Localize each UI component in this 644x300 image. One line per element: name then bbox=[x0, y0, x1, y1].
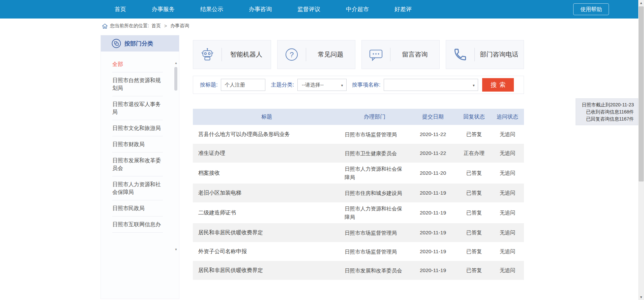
row-follow-status: 无追问 bbox=[491, 150, 524, 157]
department-filter-item[interactable]: 日照市发展和改革委员会 bbox=[112, 153, 163, 176]
category-filter-label: 主题分类: bbox=[271, 81, 294, 89]
department-filter-item[interactable]: 日照市互联网信息办 bbox=[112, 216, 163, 233]
leave-message-card[interactable]: 留言咨询 bbox=[361, 40, 440, 69]
row-follow-status: 无追问 bbox=[491, 190, 524, 197]
smart-robot-label: 智能机器人 bbox=[222, 50, 271, 59]
scroll-down-icon[interactable]: ▼ bbox=[638, 294, 644, 300]
search-button[interactable]: 搜索 bbox=[482, 78, 514, 92]
row-reply-status: 已答复 bbox=[457, 267, 491, 274]
nav-item[interactable]: 监督评议 bbox=[297, 5, 320, 13]
row-title[interactable]: 准生证办理 bbox=[193, 150, 341, 157]
phone-consult-card[interactable]: 部门咨询电话 bbox=[446, 40, 524, 69]
scroll-thumb[interactable] bbox=[639, 6, 644, 181]
nav-item[interactable]: 首页 bbox=[115, 5, 126, 13]
row-date: 2020-11-19 bbox=[409, 267, 457, 273]
quick-links: 智能机器人 ? 常见问题 留言咨询 bbox=[193, 40, 524, 69]
row-reply-status: 已答复 bbox=[457, 131, 491, 138]
table-row[interactable]: 准生证办理 日照市卫生健康委员会 2020-11-22 正在办理 无追问 bbox=[193, 144, 524, 163]
department-filter-item[interactable]: 日照市民政局 bbox=[112, 200, 163, 216]
stats-line-received: 已收到咨询信息1168件 bbox=[579, 108, 634, 115]
department-filter-item[interactable]: 全部 bbox=[112, 56, 163, 72]
row-follow-status: 无追问 bbox=[491, 131, 524, 138]
row-department: 日照市住房和城乡建设局 bbox=[341, 189, 409, 197]
column-header-date: 提交日期 bbox=[409, 113, 457, 121]
leave-message-label: 留言咨询 bbox=[390, 50, 439, 59]
row-title[interactable]: 档案接收 bbox=[193, 170, 341, 177]
title-filter-label: 按标题: bbox=[200, 81, 217, 89]
page: 首页 办事服务 结果公示 办事咨询 监督评议 中介超市 好差评 使用帮助 您当前… bbox=[0, 0, 644, 300]
department-list: 全部 日照市自然资源和规划局 日照市退役军人事务局 日照市文化和旅游局 日照市财… bbox=[112, 56, 163, 233]
page-scrollbar[interactable]: ▲ ▼ bbox=[638, 0, 644, 300]
sidebar-title: 按部门分类 bbox=[124, 40, 153, 47]
department-filter-item[interactable]: 日照市退役军人事务局 bbox=[112, 96, 163, 120]
breadcrumb-current: 办事咨询 bbox=[170, 23, 189, 29]
row-reply-status: 已答复 bbox=[457, 248, 491, 255]
row-department: 日照市卫生健康委员会 bbox=[341, 149, 409, 158]
table-row[interactable]: 居民和非居民供暖收费界定 日照市发展和改革委员会 2020-11-19 已答复 … bbox=[193, 261, 524, 280]
department-filter-item[interactable]: 日照市财政局 bbox=[112, 136, 163, 153]
row-department: 日照市市场监督管理局 bbox=[341, 247, 409, 256]
nav-item[interactable]: 结果公示 bbox=[200, 5, 223, 13]
nav-menu: 首页 办事服务 结果公示 办事咨询 监督评议 中介超市 好差评 bbox=[115, 0, 412, 19]
row-date: 2020-11-19 bbox=[409, 210, 457, 216]
stats-line-replied: 已回复咨询信息1167件 bbox=[579, 115, 634, 123]
sidebar-scroll-thumb[interactable] bbox=[174, 67, 177, 91]
row-date: 2020-11-22 bbox=[409, 150, 457, 156]
table-row[interactable]: 二级建造师证书 日照市人力资源和社会保障局 2020-11-19 已答复 无追问 bbox=[193, 202, 524, 223]
table-row[interactable]: 档案接收 日照市人力资源和社会保障局 2020-11-20 已答复 无追问 bbox=[193, 163, 524, 184]
row-reply-status: 已答复 bbox=[457, 229, 491, 236]
table-row[interactable]: 莒县什么地方可以办理商品条形码业务 日照市市场监督管理局 2020-11-22 … bbox=[193, 125, 524, 144]
sidebar-scrollbar[interactable]: ▲ ▼ bbox=[174, 61, 178, 252]
table-header-row: 标题 办理部门 提交日期 回复状态 追问状态 bbox=[193, 109, 524, 125]
row-reply-status: 已答复 bbox=[457, 170, 491, 177]
item-name-filter-label: 按事项名称: bbox=[352, 81, 380, 89]
category-select-value: --请选择-- bbox=[302, 82, 324, 88]
table-row[interactable]: 居民和非居民供暖收费界定 日照市市场监督管理局 2020-11-19 已答复 无… bbox=[193, 223, 524, 242]
department-filter-item[interactable]: 日照市人力资源和社会保障局 bbox=[112, 176, 163, 200]
smart-robot-card[interactable]: 智能机器人 bbox=[193, 40, 271, 69]
row-title[interactable]: 莒县什么地方可以办理商品条形码业务 bbox=[193, 131, 341, 138]
department-filter-item[interactable]: 日照市自然资源和规划局 bbox=[112, 72, 163, 96]
table-body: 莒县什么地方可以办理商品条形码业务 日照市市场监督管理局 2020-11-22 … bbox=[193, 125, 524, 280]
search-bar: 按标题: 主题分类: --请选择-- ▼ 按事项名称: ▼ 搜索 bbox=[193, 76, 524, 94]
phone-consult-label: 部门咨询电话 bbox=[475, 50, 524, 59]
table-row[interactable]: 外资子公司名称申报 日照市市场监督管理局 2020-11-19 已答复 无追问 bbox=[193, 242, 524, 261]
message-icon bbox=[362, 47, 390, 62]
row-title[interactable]: 居民和非居民供暖收费界定 bbox=[193, 267, 341, 274]
breadcrumb-home-link[interactable]: 首页 bbox=[151, 23, 161, 29]
column-header-department: 办理部门 bbox=[341, 113, 409, 121]
row-reply-status: 正在办理 bbox=[457, 150, 491, 157]
column-header-follow-status: 追问状态 bbox=[491, 113, 524, 121]
nav-item[interactable]: 中介超市 bbox=[346, 5, 369, 13]
row-title[interactable]: 老旧小区加装电梯 bbox=[193, 190, 341, 197]
nav-item[interactable]: 办事咨询 bbox=[249, 5, 272, 13]
row-title[interactable]: 二级建造师证书 bbox=[193, 209, 341, 216]
row-date: 2020-11-19 bbox=[409, 248, 457, 255]
nav-item[interactable]: 好差评 bbox=[394, 5, 412, 13]
department-sidebar: 按部门分类 全部 日照市自然资源和规划局 日照市退役军人事务局 日照市文化和旅游… bbox=[100, 35, 179, 299]
row-date: 2020-11-20 bbox=[409, 170, 457, 176]
category-select[interactable]: --请选择-- ▼ bbox=[297, 79, 347, 91]
table-row[interactable]: 老旧小区加装电梯 日照市住房和城乡建设局 2020-11-19 已答复 无追问 bbox=[193, 184, 524, 202]
chevron-down-icon: ▼ bbox=[341, 84, 344, 87]
row-department: 日照市人力资源和社会保障局 bbox=[341, 204, 409, 221]
nav-item[interactable]: 办事服务 bbox=[152, 5, 175, 13]
faq-card[interactable]: ? 常见问题 bbox=[277, 40, 355, 69]
sidebar-scroll-down-icon[interactable]: ▼ bbox=[174, 247, 178, 252]
top-navbar: 首页 办事服务 结果公示 办事咨询 监督评议 中介超市 好差评 使用帮助 bbox=[0, 0, 644, 19]
help-button[interactable]: 使用帮助 bbox=[573, 3, 609, 15]
row-title[interactable]: 居民和非居民供暖收费界定 bbox=[193, 229, 341, 236]
row-title[interactable]: 外资子公司名称申报 bbox=[193, 248, 341, 255]
item-name-select[interactable]: ▼ bbox=[384, 79, 478, 91]
column-header-title: 标题 bbox=[193, 113, 341, 121]
home-icon bbox=[102, 24, 108, 29]
category-icon bbox=[112, 39, 121, 48]
row-department: 日照市人力资源和社会保障局 bbox=[341, 165, 409, 181]
scroll-up-icon[interactable]: ▲ bbox=[638, 0, 644, 6]
phone-icon bbox=[446, 47, 474, 62]
row-follow-status: 无追问 bbox=[491, 267, 524, 274]
title-search-input[interactable] bbox=[221, 79, 265, 91]
department-filter-item[interactable]: 日照市文化和旅游局 bbox=[112, 120, 163, 136]
sidebar-scroll-up-icon[interactable]: ▲ bbox=[174, 61, 178, 65]
row-follow-status: 无追问 bbox=[491, 209, 524, 216]
